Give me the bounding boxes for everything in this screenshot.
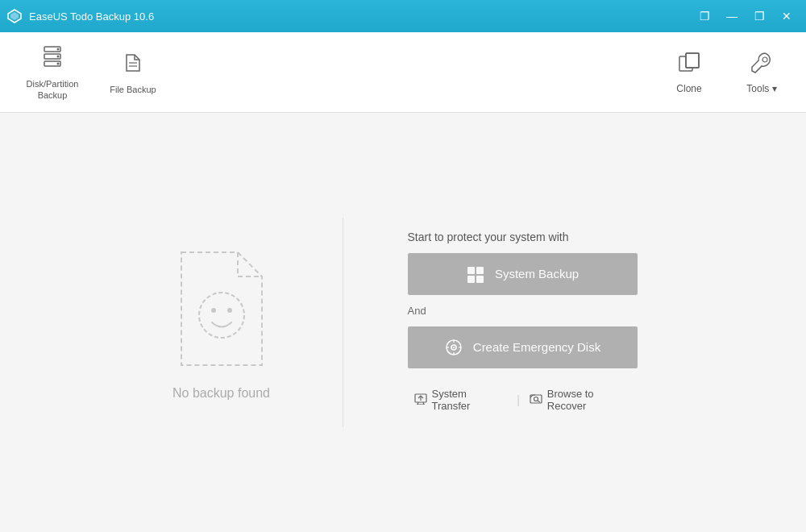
svg-rect-17 <box>467 267 475 274</box>
svg-point-34 <box>534 397 538 401</box>
clone-button[interactable]: Clone <box>661 50 717 94</box>
create-emergency-disk-label: Create Emergency Disk <box>473 340 600 354</box>
svg-point-7 <box>57 62 60 64</box>
toolbar: Disk/PartitionBackup File Backup <box>0 32 806 113</box>
svg-point-16 <box>227 308 232 313</box>
title-bar-left: EaseUS Todo Backup 10.6 <box>6 8 154 24</box>
file-backup-label: File Backup <box>110 85 156 94</box>
main-content: No backup found Start to protect your sy… <box>0 113 806 532</box>
maximize-button[interactable]: ❒ <box>746 5 772 27</box>
system-backup-label: System Backup <box>495 267 579 281</box>
svg-point-23 <box>453 347 455 348</box>
app-title: EaseUS Todo Backup 10.6 <box>29 10 154 23</box>
restore-button[interactable]: ❐ <box>692 5 717 27</box>
close-button[interactable]: ✕ <box>774 5 800 27</box>
browse-recover-icon <box>530 392 542 407</box>
app-logo-icon <box>6 8 23 24</box>
browse-to-recover-link[interactable]: Browse to Recover <box>523 384 642 415</box>
svg-point-15 <box>211 308 216 313</box>
svg-rect-20 <box>476 276 484 283</box>
svg-point-6 <box>57 55 60 57</box>
disk-partition-icon <box>39 44 65 73</box>
disk-partition-backup-button[interactable]: Disk/PartitionBackup <box>16 40 89 105</box>
system-transfer-link[interactable]: System Transfer <box>408 384 514 415</box>
svg-point-14 <box>199 293 244 338</box>
svg-line-35 <box>538 401 540 402</box>
file-backup-button[interactable]: File Backup <box>97 40 169 105</box>
disk-partition-backup-label: Disk/PartitionBackup <box>27 78 79 102</box>
svg-point-13 <box>762 57 767 62</box>
svg-rect-11 <box>686 53 699 68</box>
tools-label: Tools ▾ <box>746 83 776 94</box>
system-backup-button[interactable]: System Backup <box>408 253 638 295</box>
system-transfer-label: System Transfer <box>432 388 508 412</box>
title-bar: EaseUS Todo Backup 10.6 ❐ — ❒ ✕ <box>0 0 806 32</box>
create-emergency-disk-button[interactable]: Create Emergency Disk <box>408 326 638 368</box>
clone-icon <box>676 50 702 78</box>
no-backup-panel: No backup found <box>165 244 278 401</box>
toolbar-right: Clone Tools ▾ <box>661 50 790 94</box>
tools-icon <box>749 50 775 78</box>
toolbar-left: Disk/PartitionBackup File Backup <box>16 40 169 105</box>
protect-system-label: Start to protect your system with <box>408 231 642 243</box>
no-backup-label: No backup found <box>172 386 270 401</box>
clone-label: Clone <box>676 83 701 94</box>
and-label: And <box>408 305 642 317</box>
panel-divider <box>343 218 343 427</box>
svg-rect-18 <box>476 267 484 274</box>
system-transfer-icon <box>414 392 427 407</box>
action-panel: Start to protect your system with System… <box>408 231 642 415</box>
no-backup-illustration <box>165 244 278 373</box>
file-backup-icon <box>120 50 146 80</box>
links-divider: | <box>513 393 523 406</box>
svg-marker-1 <box>10 12 19 20</box>
system-backup-icon <box>466 264 485 284</box>
tools-button[interactable]: Tools ▾ <box>733 50 790 94</box>
secondary-actions: System Transfer | Browse to Recover <box>408 384 642 415</box>
minimize-button[interactable]: — <box>719 5 745 27</box>
svg-point-5 <box>57 48 60 50</box>
browse-to-recover-label: Browse to Recover <box>547 388 635 412</box>
window-controls: ❐ — ❒ ✕ <box>692 5 800 27</box>
svg-rect-19 <box>467 276 475 283</box>
emergency-disk-icon <box>444 338 463 357</box>
